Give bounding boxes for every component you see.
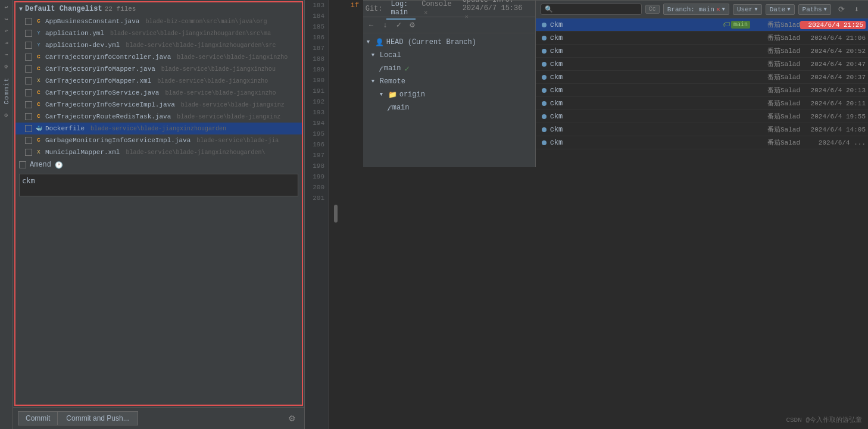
toolbar-check-btn[interactable]: ✓ bbox=[393, 19, 405, 31]
toolbar-down-btn[interactable]: ↓ bbox=[379, 19, 391, 31]
line-num: 200 bbox=[313, 182, 324, 193]
code-editor[interactable]: if (1 == garbageMonitoringInfo.getStatus… bbox=[329, 0, 363, 429]
file-checkbox[interactable] bbox=[25, 89, 32, 96]
file-checkbox[interactable] bbox=[25, 137, 32, 144]
file-item[interactable]: C CarTrajectoryInfoMapper.java blade-ser… bbox=[15, 63, 302, 75]
log-row[interactable]: ckm 番茄Salad 2024/6/4 ... bbox=[536, 136, 868, 149]
file-item[interactable]: C GarbageMonitoringInfoServiceImpl.java … bbox=[15, 134, 302, 146]
user-filter[interactable]: User ▼ bbox=[733, 4, 762, 15]
log-author: 番茄Salad bbox=[753, 46, 800, 55]
log-refresh-btn[interactable]: ⟳ bbox=[835, 3, 848, 16]
file-name: CarTrajectoryInfoService.java bbox=[45, 89, 159, 96]
toolbar-settings-btn[interactable]: ⚙ bbox=[407, 19, 419, 31]
file-path: blade-service\blade-jiangxinzhougarden\s… bbox=[122, 42, 276, 49]
line-numbers-gutter: 183 184 185 186 187 188 189 190 191 192 … bbox=[305, 0, 329, 429]
log-message: ckm bbox=[550, 99, 753, 108]
file-item[interactable]: X MunicipalMapper.xml blade-service\blad… bbox=[15, 146, 302, 158]
commit-button[interactable]: Commit bbox=[18, 411, 57, 425]
commit-message-area: ckm bbox=[15, 171, 302, 201]
tree-item-remote-main[interactable]: 𝒻 main bbox=[363, 101, 535, 114]
amend-checkbox[interactable] bbox=[19, 161, 26, 168]
tree-item-remote[interactable]: ▼ Remote bbox=[363, 75, 535, 88]
commit-and-push-button[interactable]: Commit and Push... bbox=[57, 411, 138, 425]
file-checkbox[interactable] bbox=[25, 65, 32, 73]
commit-vertical-label[interactable]: Commit bbox=[2, 74, 11, 108]
tree-item-head[interactable]: ▼ 👤 HEAD (Current Branch) bbox=[363, 36, 535, 49]
changelist-arrow[interactable]: ▼ bbox=[19, 6, 23, 12]
scroll-thumb bbox=[334, 205, 338, 223]
line-num: 199 bbox=[313, 171, 324, 182]
strip-icon-2[interactable]: ↪ bbox=[2, 14, 11, 24]
file-checkbox[interactable] bbox=[25, 77, 32, 84]
file-item[interactable]: C CarTrajectoryRouteRedisTask.java blade… bbox=[15, 111, 302, 123]
log-row[interactable]: ckm 🏷 main 番茄Salad 2024/6/4 21:25 bbox=[536, 18, 868, 32]
log-fetch-btn[interactable]: ⬇ bbox=[850, 3, 863, 16]
strip-icon-5[interactable]: ⋯ bbox=[2, 50, 11, 60]
toolbar-back-btn[interactable]: ← bbox=[366, 19, 377, 31]
date-filter[interactable]: Date ▼ bbox=[766, 4, 795, 15]
file-checkbox[interactable] bbox=[25, 18, 32, 25]
file-path: blade-service\blade-jiangxinzhougarden\s… bbox=[107, 30, 271, 37]
log-row[interactable]: ckm 番茄Salad 2024/6/4 20:37 bbox=[536, 71, 868, 84]
user-dropdown-icon[interactable]: ▼ bbox=[754, 7, 757, 12]
file-checkbox[interactable] bbox=[25, 54, 32, 61]
strip-icon-3[interactable]: ↶ bbox=[2, 26, 11, 36]
log-timestamp: 2024/6/4 20:47 bbox=[800, 61, 866, 68]
tab-console[interactable]: Console ✕ bbox=[417, 0, 456, 20]
strip-icon-6[interactable]: ⚙ bbox=[2, 62, 11, 71]
file-checkbox[interactable] bbox=[25, 113, 32, 120]
tree-item-local[interactable]: ▼ Local bbox=[363, 49, 535, 62]
date-dropdown-icon[interactable]: ▼ bbox=[787, 7, 790, 12]
git-tabs: Git: Log: main Console ✕ Update Info: 20… bbox=[363, 1, 535, 17]
log-timestamp: 2024/6/4 ... bbox=[800, 139, 866, 146]
file-item[interactable]: C CarTrajectoryInfoController.java blade… bbox=[15, 51, 302, 63]
tab-log-main[interactable]: Log: main bbox=[386, 0, 416, 20]
log-row[interactable]: ckm 番茄Salad 2024/6/4 20:52 bbox=[536, 45, 868, 58]
log-row[interactable]: ckm 番茄Salad 2024/6/4 21:06 bbox=[536, 32, 868, 45]
log-row[interactable]: ckm 番茄Salad 2024/6/4 14:05 bbox=[536, 123, 868, 136]
log-search-box: 🔍 bbox=[541, 4, 642, 15]
paths-filter[interactable]: Paths ▼ bbox=[798, 4, 831, 15]
strip-icon-4[interactable]: ⇥ bbox=[2, 38, 11, 48]
tree-item-main[interactable]: 𝒻 main ✓ bbox=[363, 62, 535, 75]
file-item[interactable]: Y application-dev.yml blade-service\blad… bbox=[15, 39, 302, 51]
log-author: 番茄Salad bbox=[753, 33, 800, 42]
code-line bbox=[333, 171, 358, 182]
file-path: blade-service\blade-jiangxinzhougarden bbox=[87, 126, 226, 132]
file-item[interactable]: C CarTrajectoryInfoService.java blade-se… bbox=[15, 87, 302, 99]
file-item-selected[interactable]: 🐳 Dockerfile blade-service\blade-jiangxi… bbox=[15, 123, 302, 134]
file-item[interactable]: X CarTrajectoryInfoMapper.xml blade-serv… bbox=[15, 75, 302, 87]
file-name: CarTrajectoryInfoMapper.xml bbox=[45, 77, 151, 84]
branch-dropdown-icon[interactable]: ▼ bbox=[722, 7, 725, 12]
log-search-input[interactable] bbox=[555, 6, 638, 13]
line-num: 183 bbox=[313, 0, 324, 11]
cc-badge[interactable]: Cc bbox=[645, 5, 660, 14]
code-line: shyj: "已通知"+bladexsqlMapper.queryDeptByI… bbox=[333, 161, 358, 171]
file-checkbox[interactable] bbox=[25, 149, 32, 156]
log-row[interactable]: ckm 番茄Salad 2024/6/4 20:47 bbox=[536, 58, 868, 71]
file-checkbox[interactable] bbox=[25, 42, 32, 49]
paths-dropdown-icon[interactable]: ▼ bbox=[824, 7, 827, 12]
file-item[interactable]: C AppBusinessConstant.java blade-biz-com… bbox=[15, 15, 302, 27]
amend-label: Amend bbox=[30, 161, 51, 169]
log-row[interactable]: ckm 番茄Salad 2024/6/4 20:13 bbox=[536, 84, 868, 97]
commit-panel: ▼ Default Changelist 22 files C AppBusin… bbox=[13, 0, 305, 429]
log-toolbar: 🔍 Cc Branch: main ✕ ▼ User ▼ Date ▼ Path… bbox=[536, 1, 868, 18]
tree-item-origin[interactable]: ▼ 📁 origin bbox=[363, 88, 535, 101]
commit-settings-button[interactable]: ⚙ bbox=[285, 412, 299, 424]
branch-close-icon[interactable]: ✕ bbox=[716, 5, 720, 13]
file-checkbox[interactable] bbox=[25, 125, 32, 132]
graph-node bbox=[538, 62, 550, 67]
file-checkbox[interactable] bbox=[25, 101, 32, 108]
strip-icon-7[interactable]: ⚙ bbox=[2, 111, 11, 120]
commit-message-input[interactable]: ckm bbox=[19, 174, 298, 196]
branch-filter[interactable]: Branch: main ✕ ▼ bbox=[663, 4, 729, 15]
tab-console-close[interactable]: ✕ bbox=[424, 10, 427, 16]
strip-icon-1[interactable]: ↩ bbox=[2, 2, 11, 12]
file-checkbox[interactable] bbox=[25, 30, 32, 37]
log-row[interactable]: ckm 番茄Salad 2024/6/4 19:55 bbox=[536, 110, 868, 123]
file-item[interactable]: C CarTrajectoryInfoServiceImpl.java blad… bbox=[15, 99, 302, 111]
log-row[interactable]: ckm 番茄Salad 2024/6/4 20:11 bbox=[536, 97, 868, 110]
file-item[interactable]: Y application.yml blade-service\blade-ji… bbox=[15, 27, 302, 39]
git-panel: Git: Log: main Console ✕ Update Info: 20… bbox=[363, 1, 536, 167]
